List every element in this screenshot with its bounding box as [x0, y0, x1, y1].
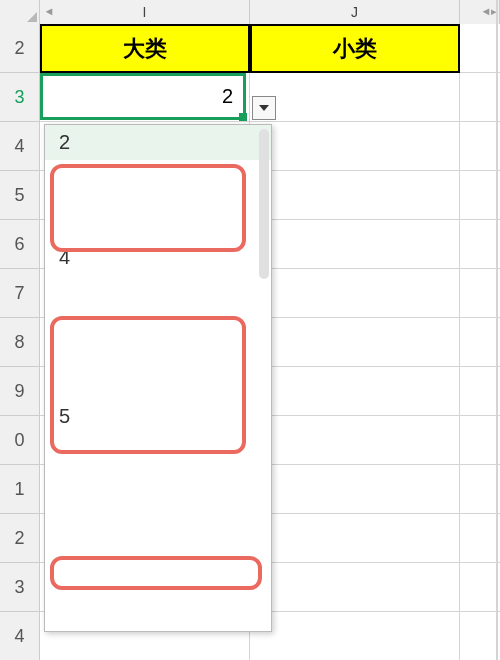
cell[interactable] — [250, 122, 460, 171]
fill-handle[interactable] — [239, 113, 247, 121]
cell[interactable] — [250, 73, 460, 122]
column-header-J[interactable]: J — [250, 0, 460, 24]
nav-left-icon[interactable]: ◄ — [42, 2, 56, 20]
dropdown-item[interactable] — [45, 287, 271, 299]
cell[interactable] — [250, 465, 460, 514]
cell[interactable] — [460, 563, 500, 612]
corner-triangle-icon — [27, 12, 37, 22]
header-cell-subcategory[interactable]: 小类 — [250, 24, 460, 73]
dropdown-item[interactable] — [45, 172, 271, 184]
nav-right-icon[interactable]: ◄▸ — [482, 2, 496, 20]
dropdown-item[interactable] — [45, 160, 271, 172]
cell[interactable] — [460, 514, 500, 563]
cell[interactable] — [250, 171, 460, 220]
column-header-I[interactable]: I — [40, 0, 250, 24]
cell[interactable] — [460, 220, 500, 269]
cell[interactable] — [460, 122, 500, 171]
row-header[interactable]: 3 — [0, 73, 40, 122]
cell[interactable] — [250, 269, 460, 318]
dropdown-item[interactable]: 5 — [45, 399, 271, 434]
select-all-corner[interactable] — [0, 0, 40, 24]
active-cell-value: 2 — [222, 85, 233, 108]
dropdown-item[interactable] — [45, 299, 271, 311]
chevron-down-icon — [259, 105, 269, 111]
cell[interactable] — [250, 318, 460, 367]
dropdown-item[interactable]: 4 — [45, 240, 271, 275]
cell[interactable] — [250, 367, 460, 416]
cell[interactable] — [460, 416, 500, 465]
scrollbar[interactable] — [259, 129, 269, 279]
row-header[interactable]: 2 — [0, 24, 40, 73]
cell[interactable] — [250, 416, 460, 465]
dropdown-list[interactable]: 2 4 5 — [44, 124, 272, 632]
spreadsheet: I J ◄ ◄▸ 2 大类 小类 3 4 5 — [0, 0, 500, 660]
right-edge — [496, 0, 500, 660]
row-header[interactable]: 4 — [0, 612, 40, 660]
row-header[interactable]: 5 — [0, 171, 40, 220]
cell[interactable] — [460, 269, 500, 318]
cell[interactable] — [460, 24, 500, 73]
dropdown-item[interactable] — [45, 434, 271, 446]
row-header[interactable]: 4 — [0, 122, 40, 171]
dropdown-button[interactable] — [252, 96, 276, 120]
row-header[interactable]: 1 — [0, 465, 40, 514]
row-header[interactable]: 6 — [0, 220, 40, 269]
table-row: 2 大类 小类 — [0, 24, 500, 73]
header-cell-category[interactable]: 大类 — [40, 24, 250, 73]
cell[interactable] — [250, 612, 460, 660]
column-headers: I J — [0, 0, 500, 24]
cell[interactable] — [250, 514, 460, 563]
row-header[interactable]: 3 — [0, 563, 40, 612]
row-header[interactable]: 0 — [0, 416, 40, 465]
cell[interactable] — [460, 612, 500, 660]
cell[interactable] — [250, 563, 460, 612]
dropdown-item[interactable]: 2 — [45, 125, 271, 160]
cell[interactable] — [460, 171, 500, 220]
row-header[interactable]: 8 — [0, 318, 40, 367]
cell[interactable] — [250, 220, 460, 269]
row-header[interactable]: 9 — [0, 367, 40, 416]
active-cell[interactable]: 2 — [40, 73, 246, 120]
dropdown-item[interactable] — [45, 275, 271, 287]
cell[interactable] — [460, 73, 500, 122]
row-header[interactable]: 2 — [0, 514, 40, 563]
cell[interactable] — [460, 318, 500, 367]
row-header[interactable]: 7 — [0, 269, 40, 318]
cell[interactable] — [460, 465, 500, 514]
cell[interactable] — [460, 367, 500, 416]
